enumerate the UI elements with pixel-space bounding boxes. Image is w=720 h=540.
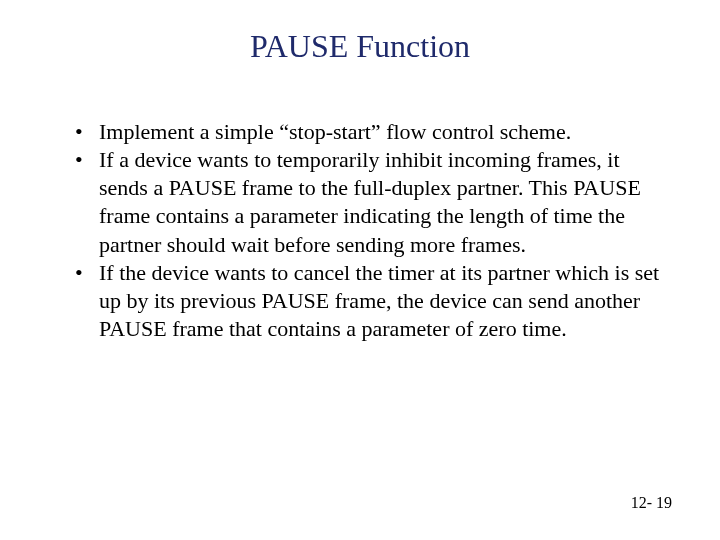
slide-title: PAUSE Function <box>0 28 720 65</box>
bullet-list: Implement a simple “stop-start” flow con… <box>75 118 660 343</box>
list-item: Implement a simple “stop-start” flow con… <box>75 118 660 146</box>
list-item: If a device wants to temporarily inhibit… <box>75 146 660 259</box>
slide: PAUSE Function Implement a simple “stop-… <box>0 0 720 540</box>
list-item: If the device wants to cancel the timer … <box>75 259 660 343</box>
page-number: 12- 19 <box>631 494 672 512</box>
slide-body: Implement a simple “stop-start” flow con… <box>75 118 660 343</box>
